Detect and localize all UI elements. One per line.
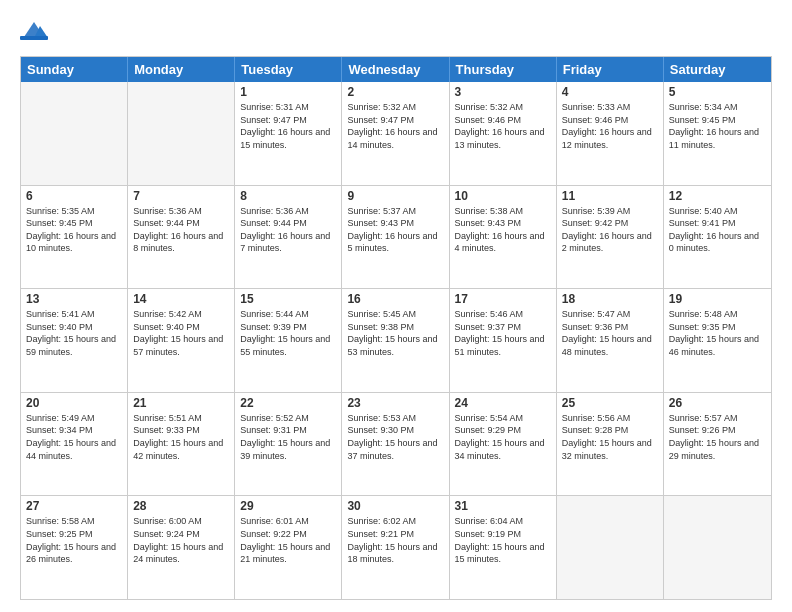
day-number: 27 xyxy=(26,499,122,513)
day-number: 19 xyxy=(669,292,766,306)
day-number: 21 xyxy=(133,396,229,410)
calendar-row-5: 27Sunrise: 5:58 AM Sunset: 9:25 PM Dayli… xyxy=(21,496,771,599)
header-day-saturday: Saturday xyxy=(664,57,771,82)
calendar-cell: 12Sunrise: 5:40 AM Sunset: 9:41 PM Dayli… xyxy=(664,186,771,289)
day-number: 13 xyxy=(26,292,122,306)
calendar-cell: 10Sunrise: 5:38 AM Sunset: 9:43 PM Dayli… xyxy=(450,186,557,289)
day-number: 2 xyxy=(347,85,443,99)
day-number: 30 xyxy=(347,499,443,513)
cell-info: Sunrise: 5:45 AM Sunset: 9:38 PM Dayligh… xyxy=(347,308,443,358)
cell-info: Sunrise: 5:54 AM Sunset: 9:29 PM Dayligh… xyxy=(455,412,551,462)
day-number: 17 xyxy=(455,292,551,306)
calendar-cell: 22Sunrise: 5:52 AM Sunset: 9:31 PM Dayli… xyxy=(235,393,342,496)
day-number: 10 xyxy=(455,189,551,203)
day-number: 14 xyxy=(133,292,229,306)
calendar-cell: 26Sunrise: 5:57 AM Sunset: 9:26 PM Dayli… xyxy=(664,393,771,496)
cell-info: Sunrise: 5:39 AM Sunset: 9:42 PM Dayligh… xyxy=(562,205,658,255)
calendar: SundayMondayTuesdayWednesdayThursdayFrid… xyxy=(20,56,772,600)
cell-info: Sunrise: 5:34 AM Sunset: 9:45 PM Dayligh… xyxy=(669,101,766,151)
cell-info: Sunrise: 6:01 AM Sunset: 9:22 PM Dayligh… xyxy=(240,515,336,565)
day-number: 29 xyxy=(240,499,336,513)
cell-info: Sunrise: 5:58 AM Sunset: 9:25 PM Dayligh… xyxy=(26,515,122,565)
cell-info: Sunrise: 5:46 AM Sunset: 9:37 PM Dayligh… xyxy=(455,308,551,358)
page: SundayMondayTuesdayWednesdayThursdayFrid… xyxy=(0,0,792,612)
cell-info: Sunrise: 5:41 AM Sunset: 9:40 PM Dayligh… xyxy=(26,308,122,358)
cell-info: Sunrise: 5:47 AM Sunset: 9:36 PM Dayligh… xyxy=(562,308,658,358)
calendar-cell: 25Sunrise: 5:56 AM Sunset: 9:28 PM Dayli… xyxy=(557,393,664,496)
calendar-cell: 19Sunrise: 5:48 AM Sunset: 9:35 PM Dayli… xyxy=(664,289,771,392)
day-number: 11 xyxy=(562,189,658,203)
calendar-cell: 2Sunrise: 5:32 AM Sunset: 9:47 PM Daylig… xyxy=(342,82,449,185)
calendar-cell: 29Sunrise: 6:01 AM Sunset: 9:22 PM Dayli… xyxy=(235,496,342,599)
day-number: 20 xyxy=(26,396,122,410)
cell-info: Sunrise: 5:52 AM Sunset: 9:31 PM Dayligh… xyxy=(240,412,336,462)
calendar-cell xyxy=(557,496,664,599)
day-number: 22 xyxy=(240,396,336,410)
cell-info: Sunrise: 5:36 AM Sunset: 9:44 PM Dayligh… xyxy=(240,205,336,255)
cell-info: Sunrise: 6:02 AM Sunset: 9:21 PM Dayligh… xyxy=(347,515,443,565)
cell-info: Sunrise: 5:42 AM Sunset: 9:40 PM Dayligh… xyxy=(133,308,229,358)
day-number: 12 xyxy=(669,189,766,203)
day-number: 31 xyxy=(455,499,551,513)
cell-info: Sunrise: 5:36 AM Sunset: 9:44 PM Dayligh… xyxy=(133,205,229,255)
calendar-row-2: 6Sunrise: 5:35 AM Sunset: 9:45 PM Daylig… xyxy=(21,186,771,290)
day-number: 25 xyxy=(562,396,658,410)
cell-info: Sunrise: 5:56 AM Sunset: 9:28 PM Dayligh… xyxy=(562,412,658,462)
logo xyxy=(20,18,52,46)
cell-info: Sunrise: 5:44 AM Sunset: 9:39 PM Dayligh… xyxy=(240,308,336,358)
calendar-cell: 16Sunrise: 5:45 AM Sunset: 9:38 PM Dayli… xyxy=(342,289,449,392)
header-day-wednesday: Wednesday xyxy=(342,57,449,82)
calendar-row-1: 1Sunrise: 5:31 AM Sunset: 9:47 PM Daylig… xyxy=(21,82,771,186)
day-number: 26 xyxy=(669,396,766,410)
header-day-monday: Monday xyxy=(128,57,235,82)
calendar-cell xyxy=(128,82,235,185)
day-number: 6 xyxy=(26,189,122,203)
header xyxy=(20,18,772,46)
day-number: 8 xyxy=(240,189,336,203)
calendar-cell xyxy=(21,82,128,185)
calendar-cell: 27Sunrise: 5:58 AM Sunset: 9:25 PM Dayli… xyxy=(21,496,128,599)
cell-info: Sunrise: 5:32 AM Sunset: 9:46 PM Dayligh… xyxy=(455,101,551,151)
cell-info: Sunrise: 5:57 AM Sunset: 9:26 PM Dayligh… xyxy=(669,412,766,462)
calendar-cell: 28Sunrise: 6:00 AM Sunset: 9:24 PM Dayli… xyxy=(128,496,235,599)
calendar-cell: 4Sunrise: 5:33 AM Sunset: 9:46 PM Daylig… xyxy=(557,82,664,185)
logo-icon xyxy=(20,18,48,46)
header-day-sunday: Sunday xyxy=(21,57,128,82)
calendar-cell: 23Sunrise: 5:53 AM Sunset: 9:30 PM Dayli… xyxy=(342,393,449,496)
day-number: 15 xyxy=(240,292,336,306)
calendar-cell: 3Sunrise: 5:32 AM Sunset: 9:46 PM Daylig… xyxy=(450,82,557,185)
day-number: 3 xyxy=(455,85,551,99)
day-number: 5 xyxy=(669,85,766,99)
cell-info: Sunrise: 5:38 AM Sunset: 9:43 PM Dayligh… xyxy=(455,205,551,255)
calendar-row-4: 20Sunrise: 5:49 AM Sunset: 9:34 PM Dayli… xyxy=(21,393,771,497)
cell-info: Sunrise: 5:37 AM Sunset: 9:43 PM Dayligh… xyxy=(347,205,443,255)
svg-rect-3 xyxy=(20,36,48,40)
day-number: 24 xyxy=(455,396,551,410)
calendar-cell: 15Sunrise: 5:44 AM Sunset: 9:39 PM Dayli… xyxy=(235,289,342,392)
day-number: 7 xyxy=(133,189,229,203)
day-number: 16 xyxy=(347,292,443,306)
cell-info: Sunrise: 5:33 AM Sunset: 9:46 PM Dayligh… xyxy=(562,101,658,151)
calendar-cell: 1Sunrise: 5:31 AM Sunset: 9:47 PM Daylig… xyxy=(235,82,342,185)
calendar-cell: 17Sunrise: 5:46 AM Sunset: 9:37 PM Dayli… xyxy=(450,289,557,392)
calendar-cell: 9Sunrise: 5:37 AM Sunset: 9:43 PM Daylig… xyxy=(342,186,449,289)
calendar-cell: 18Sunrise: 5:47 AM Sunset: 9:36 PM Dayli… xyxy=(557,289,664,392)
calendar-cell: 20Sunrise: 5:49 AM Sunset: 9:34 PM Dayli… xyxy=(21,393,128,496)
cell-info: Sunrise: 5:35 AM Sunset: 9:45 PM Dayligh… xyxy=(26,205,122,255)
calendar-cell: 6Sunrise: 5:35 AM Sunset: 9:45 PM Daylig… xyxy=(21,186,128,289)
calendar-cell: 8Sunrise: 5:36 AM Sunset: 9:44 PM Daylig… xyxy=(235,186,342,289)
calendar-cell: 13Sunrise: 5:41 AM Sunset: 9:40 PM Dayli… xyxy=(21,289,128,392)
day-number: 28 xyxy=(133,499,229,513)
header-day-friday: Friday xyxy=(557,57,664,82)
cell-info: Sunrise: 5:49 AM Sunset: 9:34 PM Dayligh… xyxy=(26,412,122,462)
calendar-cell: 5Sunrise: 5:34 AM Sunset: 9:45 PM Daylig… xyxy=(664,82,771,185)
calendar-cell: 30Sunrise: 6:02 AM Sunset: 9:21 PM Dayli… xyxy=(342,496,449,599)
calendar-cell: 31Sunrise: 6:04 AM Sunset: 9:19 PM Dayli… xyxy=(450,496,557,599)
cell-info: Sunrise: 5:51 AM Sunset: 9:33 PM Dayligh… xyxy=(133,412,229,462)
day-number: 4 xyxy=(562,85,658,99)
cell-info: Sunrise: 5:40 AM Sunset: 9:41 PM Dayligh… xyxy=(669,205,766,255)
cell-info: Sunrise: 5:31 AM Sunset: 9:47 PM Dayligh… xyxy=(240,101,336,151)
calendar-cell xyxy=(664,496,771,599)
cell-info: Sunrise: 5:48 AM Sunset: 9:35 PM Dayligh… xyxy=(669,308,766,358)
day-number: 23 xyxy=(347,396,443,410)
